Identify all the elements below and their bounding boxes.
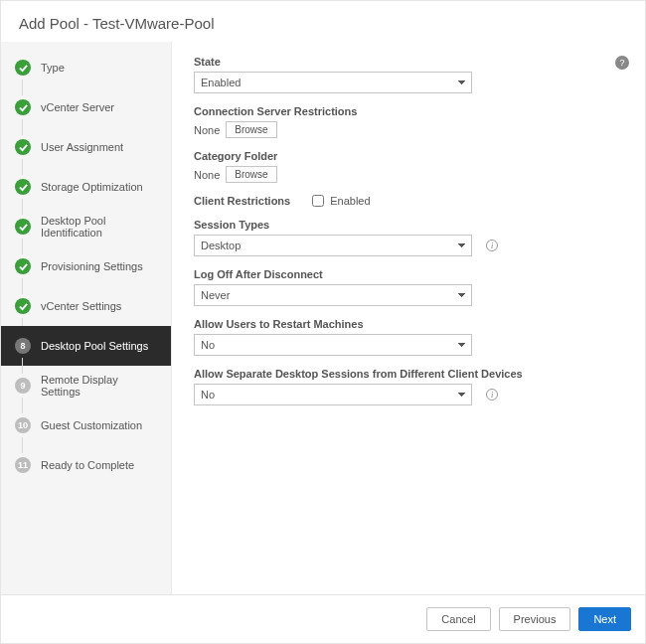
category-folder-label: Category Folder xyxy=(194,150,623,162)
session-types-label: Session Types xyxy=(194,219,623,231)
previous-button[interactable]: Previous xyxy=(499,607,571,631)
step-number-icon: 9 xyxy=(15,378,31,394)
separate-sessions-select[interactable]: No xyxy=(194,384,472,405)
wizard-step-label: Ready to Complete xyxy=(41,459,134,471)
wizard-step-label: Desktop Pool Settings xyxy=(41,340,148,352)
conn-restrictions-browse-button[interactable]: Browse xyxy=(226,121,276,138)
wizard-step-3[interactable]: User Assignment xyxy=(1,127,171,167)
help-icon[interactable]: ? xyxy=(615,56,629,70)
conn-restrictions-label: Connection Server Restrictions xyxy=(194,105,623,117)
allow-restart-select[interactable]: No xyxy=(194,334,472,356)
wizard-step-label: User Assignment xyxy=(41,141,123,153)
wizard-step-5[interactable]: Desktop Pool Identification xyxy=(1,207,171,246)
wizard-steps-sidebar: TypevCenter ServerUser AssignmentStorage… xyxy=(1,42,172,596)
wizard-step-label: vCenter Server xyxy=(41,101,114,113)
check-icon xyxy=(15,99,31,115)
category-folder-value: None xyxy=(194,169,220,181)
wizard-step-8[interactable]: 8Desktop Pool Settings xyxy=(1,326,171,366)
form-panel: ? State Enabled Connection Server Restri… xyxy=(172,42,645,596)
info-icon[interactable]: i xyxy=(486,389,498,401)
wizard-step-label: Provisioning Settings xyxy=(41,260,143,272)
wizard-step-label: Remote Display Settings xyxy=(41,374,159,398)
wizard-step-label: Type xyxy=(41,62,65,74)
conn-restrictions-value: None xyxy=(194,124,220,136)
wizard-step-10[interactable]: 10Guest Customization xyxy=(1,405,171,445)
client-restrictions-label: Client Restrictions xyxy=(194,195,290,207)
check-icon xyxy=(15,298,31,314)
check-icon xyxy=(15,219,31,235)
wizard-step-11[interactable]: 11Ready to Complete xyxy=(1,445,171,485)
next-button[interactable]: Next xyxy=(578,607,631,631)
info-icon[interactable]: i xyxy=(486,240,498,251)
wizard-step-label: Guest Customization xyxy=(41,419,142,431)
session-types-select[interactable]: Desktop xyxy=(194,235,472,256)
page-title: Add Pool - Test-VMware-Pool xyxy=(1,1,645,42)
client-restrictions-checkbox-label: Enabled xyxy=(330,195,370,207)
check-icon xyxy=(15,139,31,155)
check-icon xyxy=(15,258,31,274)
wizard-step-7[interactable]: vCenter Settings xyxy=(1,286,171,326)
step-number-icon: 10 xyxy=(15,417,31,433)
wizard-step-label: Desktop Pool Identification xyxy=(41,215,159,239)
state-label: State xyxy=(194,56,623,68)
state-select[interactable]: Enabled xyxy=(194,72,472,93)
check-icon xyxy=(15,179,31,195)
check-icon xyxy=(15,60,31,76)
wizard-step-4[interactable]: Storage Optimization xyxy=(1,167,171,207)
wizard-step-2[interactable]: vCenter Server xyxy=(1,87,171,127)
wizard-footer: Cancel Previous Next xyxy=(1,594,645,643)
wizard-step-label: Storage Optimization xyxy=(41,181,143,193)
step-number-icon: 11 xyxy=(15,457,31,473)
client-restrictions-checkbox[interactable] xyxy=(312,195,324,207)
wizard-step-label: vCenter Settings xyxy=(41,300,121,312)
wizard-step-9[interactable]: 9Remote Display Settings xyxy=(1,366,171,405)
wizard-step-1[interactable]: Type xyxy=(1,48,171,87)
step-number-icon: 8 xyxy=(15,338,31,354)
logoff-label: Log Off After Disconnect xyxy=(194,268,623,280)
category-folder-browse-button[interactable]: Browse xyxy=(226,166,276,183)
separate-sessions-label: Allow Separate Desktop Sessions from Dif… xyxy=(194,368,623,380)
cancel-button[interactable]: Cancel xyxy=(426,607,490,631)
allow-restart-label: Allow Users to Restart Machines xyxy=(194,318,623,330)
logoff-select[interactable]: Never xyxy=(194,284,472,306)
wizard-step-6[interactable]: Provisioning Settings xyxy=(1,246,171,286)
wizard-body: TypevCenter ServerUser AssignmentStorage… xyxy=(1,42,645,596)
